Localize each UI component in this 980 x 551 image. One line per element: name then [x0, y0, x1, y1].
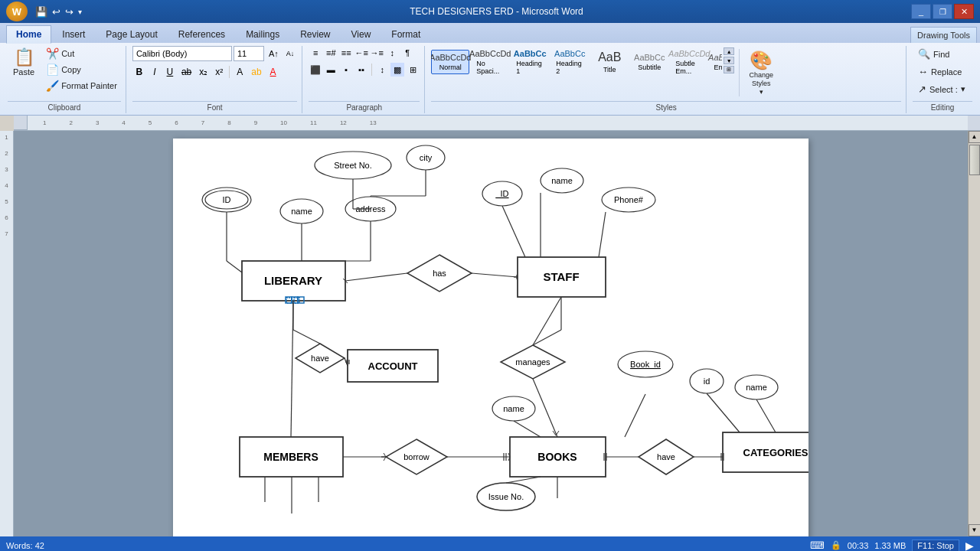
tab-insert[interactable]: Insert — [52, 25, 95, 43]
quick-access-redo[interactable]: ↪ — [65, 6, 74, 18]
drawing-tools-label: Drawing Tools — [910, 27, 977, 43]
svg-text:Phone#: Phone# — [614, 195, 644, 204]
svg-text:have: have — [311, 354, 329, 363]
align-left-button[interactable]: ⬛ — [309, 63, 322, 77]
subscript-button[interactable]: x₂ — [196, 64, 211, 80]
svg-text:Issue No.: Issue No. — [488, 492, 524, 501]
svg-text:id: id — [704, 377, 710, 386]
svg-text:BOOKS: BOOKS — [537, 451, 577, 463]
svg-text:MEMBERS: MEMBERS — [263, 451, 318, 463]
show-hide-button[interactable]: ¶ — [400, 46, 414, 60]
office-button[interactable]: W — [6, 2, 28, 21]
line-spacing-button[interactable]: ↕ — [375, 63, 389, 77]
keyboard-icon: ⌨ — [810, 540, 825, 551]
font-grow-button[interactable]: A↑ — [266, 46, 282, 61]
select-button[interactable]: ↗ Select : ▾ — [913, 81, 971, 97]
format-painter-button[interactable]: 🖌️ Format Painter — [42, 78, 121, 93]
sort-button[interactable]: ↕ — [385, 46, 399, 60]
multilevel-list-button[interactable]: ≡≡ — [339, 46, 353, 60]
horizontal-ruler: 1 2 3 4 5 6 7 8 9 10 11 12 13 — [14, 116, 980, 131]
text-effects-button[interactable]: A — [233, 64, 247, 80]
tab-view[interactable]: View — [341, 25, 381, 43]
ribbon: Home Insert Page Layout References Maili… — [0, 23, 980, 116]
change-styles-button[interactable]: 🎨 ChangeStyles ▾ — [743, 46, 779, 99]
tab-mailings[interactable]: Mailings — [236, 25, 289, 43]
svg-text:Book_id: Book_id — [630, 360, 661, 369]
svg-text:manages: manages — [515, 357, 550, 367]
paste-button[interactable]: 📋 Paste — [8, 46, 40, 80]
svg-text:_ID: _ID — [495, 189, 508, 198]
borders-button[interactable]: ⊞ — [406, 63, 420, 77]
find-button[interactable]: 🔍 Find — [913, 46, 955, 62]
decrease-indent-button[interactable]: ←≡ — [354, 46, 368, 60]
style-title[interactable]: AaB Title — [590, 47, 629, 77]
underline-button[interactable]: U — [163, 64, 177, 80]
statusbar: Words: 42 ⌨ 🔒 00:33 1.33 MB F11: Stop ▶ — [0, 536, 980, 551]
style-heading2[interactable]: AaBbCc Heading 2 — [550, 46, 589, 78]
styles-group: AaBbCcDd Normal AaBbCcDd No Spaci... AaB… — [426, 46, 906, 113]
font-color-button[interactable]: A — [266, 64, 280, 80]
svg-text:name: name — [746, 383, 767, 392]
titlebar: W 💾 ↩ ↪ ▾ TECH DESIGNERS ERD - Microsoft… — [0, 0, 980, 23]
clipboard-group: 📋 Paste ✂️ Cut 📄 Copy 🖌️ Format Painter — [3, 46, 126, 113]
scroll-thumb[interactable] — [969, 145, 980, 175]
window-title: TECH DESIGNERS ERD - Microsoft Word — [82, 6, 911, 17]
editing-group: 🔍 Find ↔ Replace ↗ Select : ▾ Editing — [908, 46, 977, 113]
styles-scroll[interactable]: ▲ ▼ ⊞ — [722, 46, 736, 75]
replace-button[interactable]: ↔ Replace — [913, 64, 967, 80]
font-size-selector[interactable] — [234, 46, 264, 61]
quick-access-undo[interactable]: ↩ — [52, 6, 60, 18]
svg-text:STAFF: STAFF — [543, 270, 579, 283]
word-count: Words: 42 — [6, 541, 44, 550]
bold-button[interactable]: B — [132, 64, 146, 80]
close-button[interactable]: ✕ — [954, 4, 974, 19]
tab-references[interactable]: References — [168, 25, 235, 43]
increase-indent-button[interactable]: →≡ — [370, 46, 384, 60]
tab-home[interactable]: Home — [6, 25, 51, 44]
cut-button[interactable]: ✂️ Cut — [42, 46, 121, 61]
scroll-up-arrow[interactable]: ▲ — [969, 131, 981, 143]
italic-button[interactable]: I — [148, 64, 162, 80]
f11-button[interactable]: F11: Stop — [912, 540, 959, 551]
shading-button[interactable]: ▩ — [390, 63, 404, 77]
copy-button[interactable]: 📄 Copy — [42, 62, 121, 77]
document-page: Street No. city ID name address _ID — [173, 139, 808, 536]
minimize-button[interactable]: _ — [911, 4, 931, 19]
font-shrink-button[interactable]: A↓ — [283, 46, 298, 61]
status-icons: 🔒 — [831, 540, 841, 550]
quick-access-save[interactable]: 💾 — [35, 6, 47, 18]
svg-text:name: name — [551, 176, 573, 185]
strikethrough-button[interactable]: ab — [178, 64, 194, 80]
align-right-button[interactable]: ▪ — [339, 63, 353, 77]
font-name-selector[interactable] — [132, 46, 232, 61]
bullets-button[interactable]: ≡ — [309, 46, 322, 60]
style-no-spacing[interactable]: AaBbCcDd No Spaci... — [471, 46, 509, 78]
superscript-button[interactable]: x² — [212, 64, 226, 80]
restore-button[interactable]: ❐ — [933, 4, 952, 19]
document-scroll[interactable]: Street No. city ID name address _ID — [14, 131, 968, 536]
style-heading1[interactable]: AaBbCc Heading 1 — [511, 46, 549, 78]
align-center-button[interactable]: ▬ — [324, 63, 338, 77]
svg-text:city: city — [420, 153, 433, 162]
style-normal[interactable]: AaBbCcDd Normal — [431, 50, 469, 74]
font-group: A↑ A↓ B I U ab x₂ x² A ab A Font — [128, 46, 302, 113]
vertical-ruler: 1 2 3 4 5 6 7 — [0, 131, 14, 536]
svg-text:have: have — [657, 452, 675, 461]
play-button[interactable]: ▶ — [965, 540, 974, 551]
vertical-scrollbar[interactable]: ▲ ▼ — [968, 131, 980, 536]
style-subtle-em[interactable]: AaBbCcDd Subtle Em... — [670, 46, 708, 78]
svg-text:ID: ID — [223, 195, 231, 204]
tab-format[interactable]: Format — [381, 25, 430, 43]
style-emphasis[interactable]: AaBbCcDd Emphasis — [710, 50, 722, 74]
tab-review[interactable]: Review — [290, 25, 340, 43]
style-subtitle[interactable]: AaBbCc Subtitle — [630, 50, 668, 74]
svg-text:ACCOUNT: ACCOUNT — [368, 360, 418, 372]
svg-text:LIBERARY: LIBERARY — [264, 274, 322, 287]
scroll-down-arrow[interactable]: ▼ — [969, 524, 981, 536]
tab-page-layout[interactable]: Page Layout — [96, 25, 167, 43]
highlight-button[interactable]: ab — [248, 64, 264, 80]
ribbon-tabs: Home Insert Page Layout References Maili… — [0, 23, 980, 43]
svg-text:Street No.: Street No. — [334, 161, 372, 170]
justify-button[interactable]: ▪▪ — [354, 63, 368, 77]
numbering-button[interactable]: ≡# — [324, 46, 338, 60]
